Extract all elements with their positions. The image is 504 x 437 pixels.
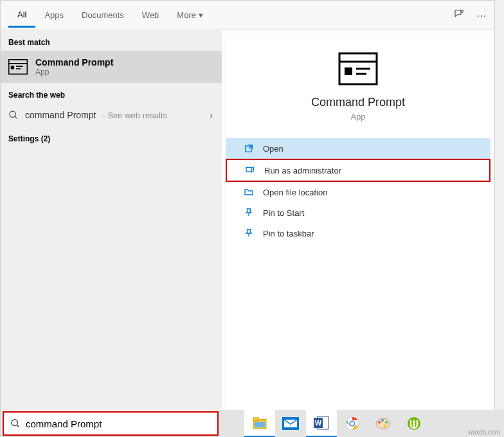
taskbar: W bbox=[219, 410, 504, 437]
preview-title: Command Prompt bbox=[311, 96, 405, 109]
svg-point-6 bbox=[10, 111, 15, 117]
preview-column: Command Prompt App Open Run as administr… bbox=[222, 30, 494, 436]
command-prompt-large-icon bbox=[338, 52, 378, 85]
preview-actions: Open Run as administrator Open file loca… bbox=[226, 138, 491, 244]
folder-icon bbox=[244, 187, 254, 197]
svg-rect-22 bbox=[255, 422, 265, 427]
action-run-admin-label: Run as administrator bbox=[264, 166, 341, 175]
tab-apps[interactable]: Apps bbox=[35, 4, 73, 26]
svg-line-19 bbox=[17, 425, 19, 427]
svg-rect-3 bbox=[11, 66, 14, 69]
tab-web[interactable]: Web bbox=[133, 4, 168, 26]
windows-search-panel: All Apps Documents Web More ▾ ⋯ Best mat… bbox=[0, 0, 495, 437]
action-open-file-location[interactable]: Open file location bbox=[226, 182, 491, 202]
feedback-icon[interactable] bbox=[453, 8, 465, 22]
best-match-item[interactable]: Command Prompt App bbox=[1, 51, 222, 83]
svg-rect-21 bbox=[253, 418, 258, 421]
search-icon bbox=[10, 418, 21, 429]
action-run-as-administrator[interactable]: Run as administrator bbox=[226, 159, 491, 182]
search-input[interactable] bbox=[26, 418, 211, 429]
svg-rect-10 bbox=[345, 67, 352, 75]
best-match-sub: App bbox=[35, 67, 113, 76]
action-pin-to-taskbar[interactable]: Pin to taskbar bbox=[226, 223, 491, 244]
svg-rect-15 bbox=[246, 167, 251, 172]
action-open-loc-label: Open file location bbox=[263, 188, 327, 197]
chevron-right-icon: › bbox=[210, 110, 213, 120]
svg-point-33 bbox=[385, 421, 388, 424]
best-match-title: Command Prompt bbox=[35, 57, 113, 67]
taskbar-file-explorer[interactable] bbox=[244, 410, 275, 437]
svg-point-32 bbox=[381, 419, 384, 422]
svg-point-31 bbox=[378, 421, 381, 424]
best-match-label: Best match bbox=[1, 30, 222, 51]
tab-documents[interactable]: Documents bbox=[73, 4, 133, 26]
pin-start-icon bbox=[244, 208, 254, 218]
search-web-label: Search the web bbox=[1, 83, 222, 103]
pin-taskbar-icon bbox=[244, 228, 254, 238]
search-box[interactable] bbox=[3, 411, 219, 436]
search-icon bbox=[8, 110, 19, 120]
svg-line-7 bbox=[15, 116, 17, 118]
web-result-item[interactable]: command Prompt - See web results › bbox=[1, 103, 222, 127]
more-options-icon[interactable]: ⋯ bbox=[476, 10, 487, 22]
command-prompt-icon bbox=[8, 58, 28, 75]
web-result-hint: - See web results bbox=[102, 111, 166, 120]
bottom-bar: W bbox=[0, 410, 504, 437]
shield-icon bbox=[245, 165, 255, 175]
action-pin-to-start[interactable]: Pin to Start bbox=[226, 202, 491, 223]
action-open[interactable]: Open bbox=[226, 138, 491, 159]
taskbar-word[interactable]: W bbox=[306, 410, 337, 437]
taskbar-paint[interactable] bbox=[368, 410, 399, 437]
taskbar-mail[interactable] bbox=[275, 410, 306, 437]
taskbar-utorrent[interactable] bbox=[399, 410, 429, 437]
watermark: wsxdn.com bbox=[468, 429, 500, 436]
svg-text:W: W bbox=[315, 419, 322, 427]
settings-label[interactable]: Settings (2) bbox=[1, 127, 222, 147]
web-result-query: command Prompt bbox=[25, 110, 96, 120]
search-tabs: All Apps Documents Web More ▾ ⋯ bbox=[1, 1, 494, 30]
preview-sub: App bbox=[350, 112, 365, 121]
taskbar-chrome[interactable] bbox=[337, 410, 368, 437]
action-pin-start-label: Pin to Start bbox=[263, 208, 304, 218]
svg-point-18 bbox=[12, 420, 17, 425]
action-pin-task-label: Pin to taskbar bbox=[263, 229, 314, 238]
tab-all[interactable]: All bbox=[8, 3, 35, 28]
open-icon bbox=[244, 143, 254, 154]
svg-point-0 bbox=[461, 10, 464, 13]
svg-point-34 bbox=[384, 425, 386, 427]
svg-point-29 bbox=[350, 422, 354, 425]
tab-more[interactable]: More ▾ bbox=[168, 4, 212, 26]
action-open-label: Open bbox=[263, 144, 284, 154]
results-column: Best match Command Prompt App Search the… bbox=[1, 30, 222, 436]
